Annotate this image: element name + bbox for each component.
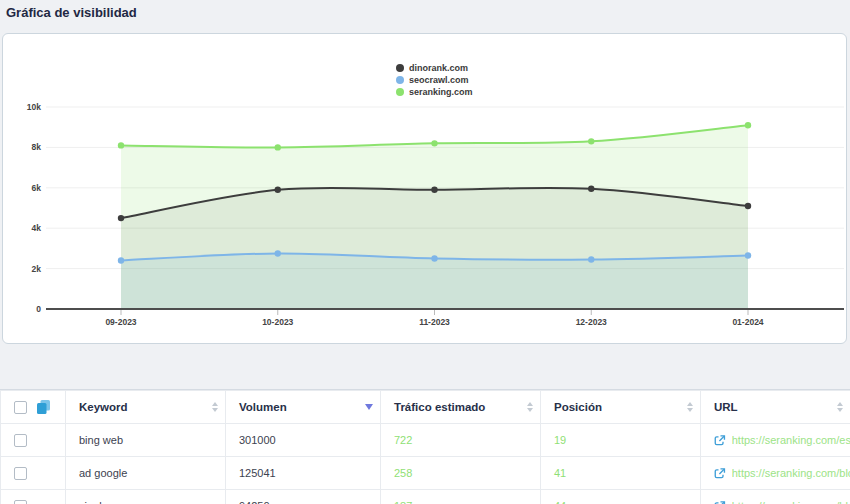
posicion-cell: 41 [541, 457, 701, 490]
table-row: single page apps 94250 187 44 https://se… [1, 490, 850, 504]
svg-text:01-2024: 01-2024 [732, 317, 763, 327]
trafico-cell: 722 [381, 424, 541, 457]
row-checkbox[interactable] [14, 500, 27, 504]
svg-text:4k: 4k [32, 223, 42, 233]
posicion-cell: 19 [541, 424, 701, 457]
legend-dot-seranking [396, 88, 404, 96]
trafico-cell: 187 [381, 490, 541, 504]
sort-icon [687, 402, 693, 412]
page: Gráfica de visibilidad 02k4k6k8k10k09-20… [0, 0, 850, 504]
legend-dot-dinorank [396, 64, 404, 72]
select-all-checkbox[interactable] [14, 401, 27, 414]
legend-item-seocrawl[interactable]: seocrawl.com [396, 75, 473, 85]
table-header-row: Keyword Volumen Tráfico estimado [1, 391, 850, 424]
table-row: bing web 301000 722 19 https://seranking… [1, 424, 850, 457]
volumen-cell: 94250 [226, 490, 381, 504]
select-all-header-cell [1, 391, 66, 424]
volumen-cell: 301000 [226, 424, 381, 457]
url-cell: https://seranking.com/blo... [701, 457, 850, 490]
keyword-cell: ad google [66, 457, 226, 490]
sort-icon [527, 402, 533, 412]
svg-text:2k: 2k [32, 264, 42, 274]
url-link[interactable]: https://seranking.com/es/... [732, 434, 850, 446]
svg-text:10k: 10k [27, 102, 41, 112]
trafico-cell: 258 [381, 457, 541, 490]
column-header-trafico[interactable]: Tráfico estimado [381, 391, 541, 424]
external-link-icon[interactable] [714, 500, 726, 504]
keyword-cell: single page apps [66, 490, 226, 504]
sort-icon [212, 402, 218, 412]
table-row: ad google 125041 258 41 https://serankin… [1, 457, 850, 490]
column-header-keyword[interactable]: Keyword [66, 391, 226, 424]
svg-text:6k: 6k [32, 183, 42, 193]
row-checkbox[interactable] [14, 467, 27, 480]
sort-desc-icon [365, 404, 373, 410]
chart-section-title: Gráfica de visibilidad [6, 5, 137, 20]
column-label: URL [714, 401, 738, 413]
keyword-cell: bing web [66, 424, 226, 457]
svg-text:0: 0 [36, 304, 41, 314]
external-link-icon[interactable] [714, 467, 726, 480]
row-checkbox[interactable] [14, 434, 27, 447]
column-label: Posición [554, 401, 602, 413]
visibility-chart-card: 02k4k6k8k10k09-202310-202311-202312-2023… [2, 33, 847, 344]
url-cell: https://seranking.com/es/... [701, 424, 850, 457]
svg-text:10-2023: 10-2023 [262, 317, 293, 327]
legend-dot-seocrawl [396, 76, 404, 84]
svg-text:09-2023: 09-2023 [105, 317, 136, 327]
url-link[interactable]: https://seranking.com/blo... [732, 467, 850, 479]
legend-label: dinorank.com [409, 63, 468, 73]
copy-icon[interactable] [36, 399, 51, 415]
url-link[interactable]: https://seranking.com/blo... [732, 500, 850, 504]
column-header-volumen[interactable]: Volumen [226, 391, 381, 424]
column-header-url[interactable]: URL [701, 391, 850, 424]
column-label: Tráfico estimado [394, 401, 485, 413]
chart-legend: dinorank.com seocrawl.com seranking.com [396, 63, 473, 97]
keywords-table: Keyword Volumen Tráfico estimado [0, 389, 850, 504]
legend-label: seocrawl.com [409, 75, 469, 85]
svg-text:12-2023: 12-2023 [576, 317, 607, 327]
volumen-cell: 125041 [226, 457, 381, 490]
external-link-icon[interactable] [714, 434, 726, 447]
legend-label: seranking.com [409, 87, 473, 97]
sort-icon [837, 402, 843, 412]
column-label: Keyword [79, 401, 128, 413]
url-cell: https://seranking.com/blo... [701, 490, 850, 504]
svg-text:11-2023: 11-2023 [419, 317, 450, 327]
legend-item-seranking[interactable]: seranking.com [396, 87, 473, 97]
legend-item-dinorank[interactable]: dinorank.com [396, 63, 473, 73]
posicion-cell: 44 [541, 490, 701, 504]
table-header-bar: Principales keywords posicionadas para e… [0, 351, 850, 385]
column-label: Volumen [239, 401, 287, 413]
column-header-posicion[interactable]: Posición [541, 391, 701, 424]
svg-text:8k: 8k [32, 142, 42, 152]
